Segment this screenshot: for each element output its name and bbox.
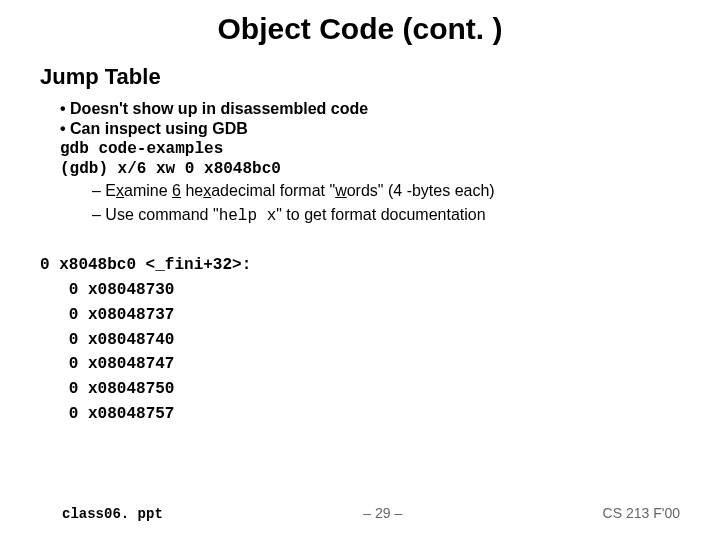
footer: class06. ppt – 29 – CS 213 F'00 [0, 505, 720, 522]
sub-bullet-item: Examine 6 hexadecimal format "words" (4 … [92, 180, 680, 202]
hex-value: 0 x08048740 [40, 328, 680, 353]
text: 0 x08048737 [69, 306, 175, 324]
text: Use command " [105, 206, 218, 223]
text: 0 x08048747 [69, 355, 175, 373]
slide: Object Code (cont. ) Jump Table Doesn't … [0, 0, 720, 540]
text: he [181, 182, 203, 199]
text: E [105, 182, 116, 199]
code-line: gdb code-examples [60, 140, 680, 158]
text: amine [124, 182, 172, 199]
text: 0 x08048740 [69, 331, 175, 349]
section-heading: Jump Table [40, 64, 680, 90]
underline-text: x [203, 182, 211, 199]
hex-value: 0 x08048730 [40, 278, 680, 303]
text: 0 x08048750 [69, 380, 175, 398]
text: adecimal format " [211, 182, 335, 199]
hex-value: 0 x08048757 [40, 402, 680, 427]
bullet-item: Can inspect using GDB [60, 120, 680, 138]
footer-course: CS 213 F'00 [603, 505, 680, 521]
text: ords" (4 -bytes each) [347, 182, 495, 199]
text: " to get format documentation [276, 206, 485, 223]
sub-bullet-list: Examine 6 hexadecimal format "words" (4 … [92, 180, 680, 227]
hex-value: 0 x08048750 [40, 377, 680, 402]
hex-value: 0 x08048747 [40, 352, 680, 377]
text: 0 x08048730 [69, 281, 175, 299]
underline-text: w [335, 182, 347, 199]
sub-bullet-item: Use command "help x" to get format docum… [92, 204, 680, 228]
inline-code: help x [219, 207, 277, 225]
underline-text: x [116, 182, 124, 199]
footer-page-number: – 29 – [363, 505, 402, 521]
bullet-item: Doesn't show up in disassembled code [60, 100, 680, 118]
hex-value: 0 x08048737 [40, 303, 680, 328]
underline-text: 6 [172, 182, 181, 199]
footer-filename: class06. ppt [62, 506, 163, 522]
slide-title: Object Code (cont. ) [40, 12, 680, 46]
bullet-list: Doesn't show up in disassembled code Can… [60, 100, 680, 138]
hex-header: 0 x8048bc0 <_fini+32>: [40, 253, 680, 278]
text: 0 x08048757 [69, 405, 175, 423]
code-line: (gdb) x/6 xw 0 x8048bc0 [60, 160, 680, 178]
hex-dump: 0 x8048bc0 <_fini+32>: 0 x08048730 0 x08… [40, 253, 680, 427]
